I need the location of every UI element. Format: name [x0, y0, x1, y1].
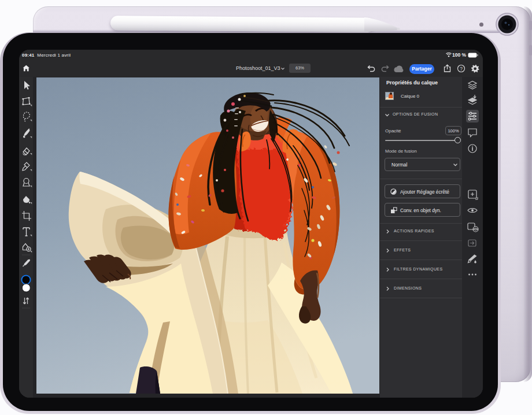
svg-text:?: ?: [460, 66, 463, 72]
